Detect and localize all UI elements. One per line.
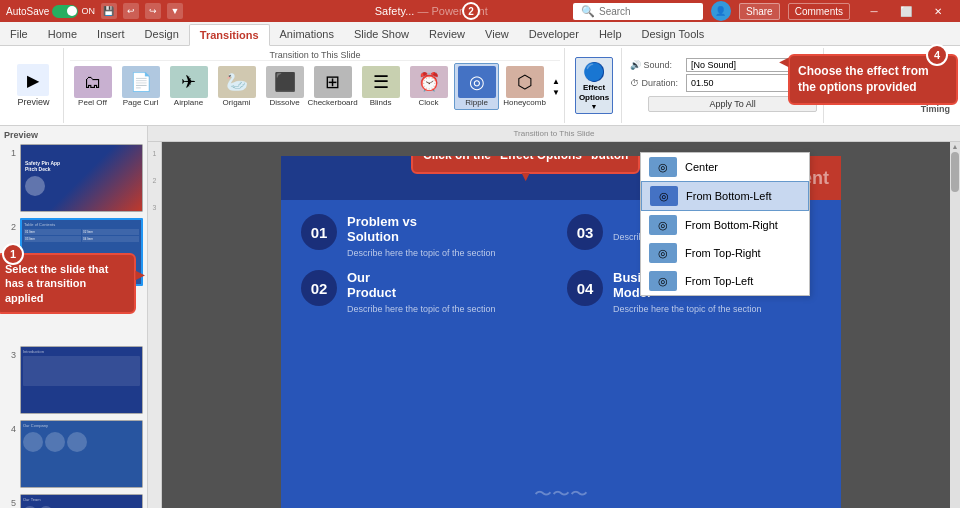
tab-view[interactable]: View bbox=[475, 23, 519, 45]
annotation-box-3: 3 Click on the "Effect Options" button ▼ bbox=[411, 156, 640, 174]
slide-panel-label: Preview bbox=[4, 130, 143, 140]
tab-help[interactable]: Help bbox=[589, 23, 632, 45]
ribbon-group-effect-options: 🔵 EffectOptions ▼ bbox=[567, 48, 622, 123]
effect-options-button[interactable]: 🔵 EffectOptions ▼ bbox=[575, 57, 613, 113]
sound-value-text: [No Sound] bbox=[691, 60, 736, 70]
effect-option-bottom-right[interactable]: ◎ From Bottom-Right bbox=[641, 211, 809, 239]
ribbon-group-transitions: Transition to This Slide 🗂 Peel Off 📄 Pa… bbox=[66, 48, 565, 123]
tab-design[interactable]: Design bbox=[135, 23, 189, 45]
content-title-01: Problem vsSolution bbox=[347, 214, 496, 244]
slide-thumb-5[interactable]: 5 Our Team bbox=[4, 494, 143, 508]
scroll-up-btn[interactable]: ▲ bbox=[952, 143, 959, 150]
annotation-circle-2: 2 bbox=[462, 2, 480, 20]
slide-num-1: 1 bbox=[4, 144, 16, 158]
maximize-button[interactable]: ⬜ bbox=[890, 0, 922, 22]
trans-honeycomb[interactable]: ⬡ Honeycomb bbox=[502, 64, 547, 109]
slide-num-3: 3 bbox=[4, 346, 16, 360]
scroll-thumb-vert[interactable] bbox=[951, 152, 959, 192]
tab-home[interactable]: Home bbox=[38, 23, 87, 45]
trans-blinds[interactable]: ☰ Blinds bbox=[358, 64, 403, 109]
trans-checkerboard[interactable]: ⊞ Checkerboard bbox=[310, 64, 355, 109]
trans-icon-pagecurl: 📄 bbox=[122, 66, 160, 98]
effect-options-arrow: ▼ bbox=[591, 103, 598, 110]
slide-thumb-1[interactable]: 1 Safety Pin AppPitch Deck bbox=[4, 144, 143, 212]
search-box[interactable]: 🔍 bbox=[573, 3, 703, 20]
trans-icon-dissolve: ⬛ bbox=[266, 66, 304, 98]
content-num-01: 01 bbox=[301, 214, 337, 250]
comments-button[interactable]: Comments bbox=[788, 3, 850, 20]
effect-label-center: Center bbox=[685, 161, 718, 173]
trans-scroll-up[interactable]: ▲ bbox=[552, 77, 560, 86]
tab-review[interactable]: Review bbox=[419, 23, 475, 45]
trans-peel-off[interactable]: 🗂 Peel Off bbox=[70, 64, 115, 109]
tab-developer[interactable]: Developer bbox=[519, 23, 589, 45]
effect-label-bottom-right: From Bottom-Right bbox=[685, 219, 778, 231]
autosave-toggle[interactable] bbox=[52, 5, 78, 18]
trans-origami[interactable]: 🦢 Origami bbox=[214, 64, 259, 109]
slide-thumb-4[interactable]: 4 Our Company bbox=[4, 420, 143, 488]
user-avatar: 👤 bbox=[711, 1, 731, 21]
effect-options-label: EffectOptions bbox=[579, 83, 609, 102]
tab-insert[interactable]: Insert bbox=[87, 23, 135, 45]
trans-icon-airplane: ✈ bbox=[170, 66, 208, 98]
preview-button[interactable]: ▶ Preview bbox=[13, 62, 53, 109]
preview-icon: ▶ bbox=[17, 64, 49, 96]
scrollbar-vertical[interactable]: ▲ ▼ bbox=[950, 142, 960, 508]
trans-ripple[interactable]: ◎ Ripple bbox=[454, 63, 499, 110]
effect-options-icon: 🔵 bbox=[583, 61, 605, 83]
effect-icon-bottom-right: ◎ bbox=[649, 215, 677, 235]
slide-canvas: content 01 Problem vsSolution Describe h… bbox=[162, 142, 960, 508]
effect-option-center[interactable]: ◎ Center bbox=[641, 153, 809, 181]
window-controls: ─ ⬜ ✕ bbox=[858, 0, 954, 22]
ruler: Transition to This Slide bbox=[148, 126, 960, 142]
trans-scroll-down[interactable]: ▼ bbox=[552, 88, 560, 97]
trans-icon-clock: ⏰ bbox=[410, 66, 448, 98]
tab-animations[interactable]: Animations bbox=[270, 23, 344, 45]
titlebar-filename: Safety... — PowerPoint 2 bbox=[289, 5, 572, 17]
duration-label: ⏱ Duration: bbox=[630, 78, 682, 88]
effect-option-bottom-left[interactable]: ◎ From Bottom-Left bbox=[641, 181, 809, 211]
annotation-text-1: Select the slide that has a transition a… bbox=[5, 263, 108, 304]
search-input[interactable] bbox=[599, 6, 695, 17]
trans-dissolve[interactable]: ⬛ Dissolve bbox=[262, 64, 307, 109]
tab-slideshow[interactable]: Slide Show bbox=[344, 23, 419, 45]
close-button[interactable]: ✕ bbox=[922, 0, 954, 22]
trans-airplane[interactable]: ✈ Airplane bbox=[166, 64, 211, 109]
tab-designtools[interactable]: Design Tools bbox=[632, 23, 715, 45]
app-body: Preview 1 Safety Pin AppPitch Deck 2 Tab… bbox=[0, 126, 960, 508]
preview-label: Preview bbox=[17, 97, 49, 107]
content-text-01: Problem vsSolution Describe here the top… bbox=[347, 214, 496, 258]
undo-icon[interactable]: ↩ bbox=[123, 3, 139, 19]
trans-clock[interactable]: ⏰ Clock bbox=[406, 64, 451, 109]
minimize-button[interactable]: ─ bbox=[858, 0, 890, 22]
ribbon-tabs: File Home Insert Design Transitions Anim… bbox=[0, 22, 960, 46]
annotation-arrow-1: ► bbox=[132, 265, 148, 286]
main-and-scroll: 1 2 3 content bbox=[148, 142, 960, 508]
effect-label-top-left: From Top-Left bbox=[685, 275, 753, 287]
transition-group-label: Transition to This Slide bbox=[70, 50, 560, 61]
effect-icon-top-left: ◎ bbox=[649, 271, 677, 291]
annotation-circle-1: 1 bbox=[2, 243, 24, 265]
slide-thumb-3[interactable]: 3 Introduction bbox=[4, 346, 143, 414]
content-item-01: 01 Problem vsSolution Describe here the … bbox=[301, 214, 555, 258]
trans-icon-checker: ⊞ bbox=[314, 66, 352, 98]
tab-file[interactable]: File bbox=[0, 23, 38, 45]
tab-transitions[interactable]: Transitions bbox=[189, 24, 270, 46]
slide-img-1: Safety Pin AppPitch Deck bbox=[20, 144, 143, 212]
trans-icon-origami: 🦢 bbox=[218, 66, 256, 98]
search-icon: 🔍 bbox=[581, 5, 595, 18]
trans-page-curl[interactable]: 📄 Page Curl bbox=[118, 64, 163, 109]
save-icon[interactable]: 💾 bbox=[101, 3, 117, 19]
slide-num-5: 5 bbox=[4, 494, 16, 508]
effect-options-panel: ◎ Center ◎ From Bottom-Left ◎ From Botto… bbox=[640, 152, 810, 296]
annotation-box-4: 4 Choose the effect from the options pro… bbox=[788, 54, 958, 105]
redo-icon[interactable]: ↪ bbox=[145, 3, 161, 19]
effect-label-top-right: From Top-Right bbox=[685, 247, 761, 259]
ribbon-group-preview: ▶ Preview bbox=[4, 48, 64, 123]
titlebar-right: 🔍 👤 Share Comments ─ ⬜ ✕ bbox=[573, 0, 954, 22]
slide-img-4: Our Company bbox=[20, 420, 143, 488]
share-button[interactable]: Share bbox=[739, 3, 780, 20]
effect-option-top-right[interactable]: ◎ From Top-Right bbox=[641, 239, 809, 267]
more-icon[interactable]: ▼ bbox=[167, 3, 183, 19]
effect-option-top-left[interactable]: ◎ From Top-Left bbox=[641, 267, 809, 295]
